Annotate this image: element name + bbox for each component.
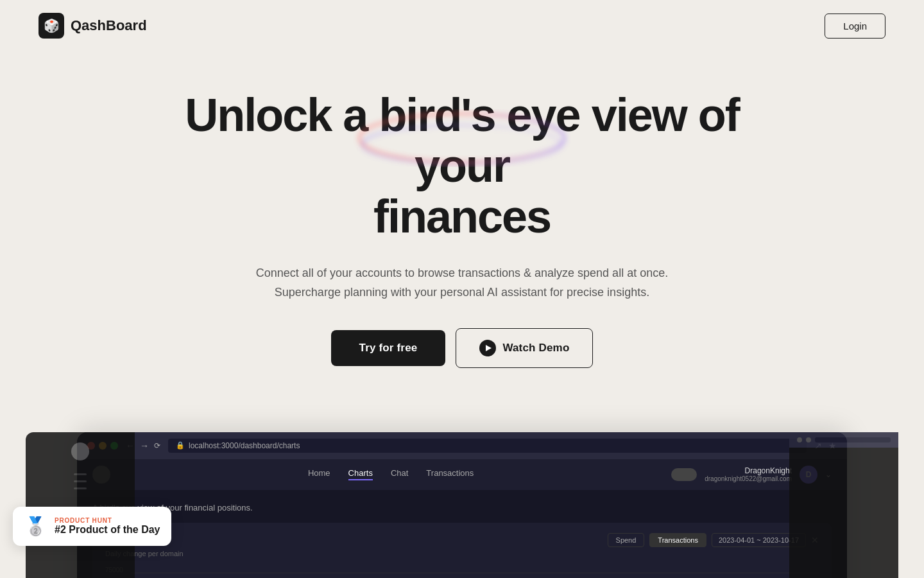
- address-text: localhost:3000/dashboard/charts: [189, 441, 300, 450]
- chart-area: 75000 50000 25000: [105, 566, 819, 578]
- ph-rank: #2 Product of the Day: [55, 524, 160, 536]
- hero-subtitle-line2: Supercharge planning with your personal …: [275, 286, 649, 299]
- hero-subtitle-line1: Connect all of your accounts to browse t…: [256, 267, 668, 279]
- dashboard-preview: ← → ⟳ 🔒 localhost:3000/dashboard/charts …: [0, 432, 924, 578]
- user-email: dragonknight0522@gmail.com: [705, 475, 792, 482]
- watch-demo-label: Watch Demo: [502, 342, 569, 355]
- dash-page-title: A bird's eye view of your financial posi…: [92, 503, 832, 512]
- logo-icon: 🎲: [38, 13, 64, 39]
- dashboard-window: ← → ⟳ 🔒 localhost:3000/dashboard/charts …: [77, 432, 847, 578]
- side-panel-right: [789, 432, 898, 578]
- dashboard-content: A bird's eye view of your financial posi…: [77, 490, 847, 578]
- play-icon: [479, 340, 496, 356]
- dashboard-nav: Home Charts Chat Transactions DragonKnig…: [77, 459, 847, 490]
- address-bar: 🔒 localhost:3000/dashboard/charts: [168, 439, 807, 453]
- browser-bar: ← → ⟳ 🔒 localhost:3000/dashboard/charts …: [77, 432, 847, 459]
- user-name: DragonKnight: [705, 466, 792, 475]
- chart-svg-area: [131, 566, 819, 578]
- svg-text:🎲: 🎲: [44, 18, 60, 33]
- chart-svg: [131, 566, 819, 578]
- nav-transactions: Transactions: [426, 468, 474, 480]
- hero-title-line2: finances: [373, 191, 551, 242]
- medal-icon: 🥈: [24, 516, 47, 537]
- ph-text: PRODUCT HUNT #2 Product of the Day: [55, 517, 160, 536]
- navbar: 🎲 QashBoard Login: [0, 0, 924, 51]
- product-hunt-badge[interactable]: 🥈 PRODUCT HUNT #2 Product of the Day: [13, 507, 171, 546]
- nav-chat: Chat: [391, 468, 408, 480]
- hero-cta-buttons: Try for free Watch Demo: [331, 328, 594, 368]
- history-card: History Spend Transactions 2023-04-01 ~ …: [92, 523, 832, 578]
- tab-spend: Spend: [608, 533, 645, 547]
- tab-transactions: Transactions: [649, 533, 706, 547]
- logo-text: QashBoard: [71, 17, 147, 34]
- logo: 🎲 QashBoard: [38, 13, 147, 39]
- hero-title-line1: Unlock a bird's eye view of your: [185, 89, 739, 191]
- login-button[interactable]: Login: [825, 13, 886, 39]
- history-controls: Spend Transactions 2023-04-01 ~ 2023-10-…: [608, 533, 819, 547]
- history-subtitle: Daily change per domain: [105, 550, 819, 557]
- hero-section: Unlock a bird's eye view of your finance…: [0, 51, 924, 394]
- ph-label: PRODUCT HUNT: [55, 517, 160, 524]
- hero-title: Unlock a bird's eye view of your finance…: [173, 90, 751, 243]
- history-header: History Spend Transactions 2023-04-01 ~ …: [105, 533, 819, 547]
- try-for-free-button[interactable]: Try for free: [331, 330, 446, 366]
- hero-subtitle: Connect all of your accounts to browse t…: [256, 263, 668, 302]
- watch-demo-button[interactable]: Watch Demo: [456, 328, 593, 368]
- dash-nav-links: Home Charts Chat Transactions: [308, 468, 474, 480]
- user-info: DragonKnight dragonknight0522@gmail.com: [705, 466, 792, 482]
- theme-toggle: [671, 468, 697, 481]
- side-panel-left: [26, 432, 135, 578]
- nav-charts: Charts: [348, 468, 373, 480]
- nav-home: Home: [308, 468, 330, 480]
